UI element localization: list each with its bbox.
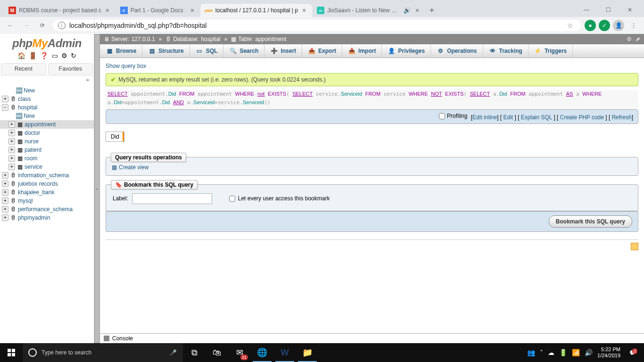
expand-button[interactable]: + (2, 189, 8, 196)
breadcrumb-server[interactable]: 🖥 Server: 127.0.0.1 (104, 36, 155, 42)
topmenu-triggers[interactable]: ⚡Triggers (528, 44, 573, 58)
close-icon[interactable]: × (301, 7, 307, 14)
page-settings-icon[interactable]: ⚙ (627, 36, 632, 42)
table-item-nurse[interactable]: + ▦ nurse (0, 137, 94, 146)
table-item-patient[interactable]: + ▦ patient (0, 146, 94, 154)
topmenu-import[interactable]: 📥Import (342, 44, 382, 58)
expand-button[interactable]: + (2, 206, 8, 213)
profiling-checkbox[interactable] (439, 113, 445, 119)
chrome-menu-button[interactable]: ⋮ (627, 19, 640, 32)
site-info-icon[interactable]: i (58, 22, 66, 29)
phpmyadmin-logo[interactable]: phpMyAdmin (0, 34, 94, 51)
clock[interactable]: 5:22 PM 1/24/2019 (597, 346, 620, 359)
browser-tab-jiosaavn[interactable]: ∞ JioSaavn - Listen to New & G 🔊 × (312, 4, 425, 17)
volume-icon[interactable]: 🔊 (585, 349, 593, 356)
minimize-button[interactable]: — (576, 3, 597, 17)
profiling-checkbox-label[interactable]: Profiling (439, 113, 467, 119)
explain-sql-link[interactable]: Explain SQL (521, 114, 552, 121)
expand-button[interactable]: + (2, 214, 8, 221)
db-item-hospital[interactable]: − 🛢 hospital (0, 103, 94, 112)
topmenu-browse[interactable]: ▦Browse (100, 44, 142, 58)
edit-link[interactable]: Edit (503, 114, 513, 121)
topmenu-export[interactable]: 📤Export (302, 44, 342, 58)
mic-icon[interactable]: 🎤 (170, 349, 177, 356)
profile-avatar[interactable]: 👤 (613, 20, 624, 31)
mail-icon[interactable]: ✉21 (228, 343, 251, 362)
expand-button[interactable]: + (8, 164, 15, 170)
expand-button[interactable]: + (2, 96, 8, 102)
collapse-all-icon[interactable]: ⚭ (0, 76, 94, 84)
onedrive-icon[interactable]: ☁ (548, 349, 554, 356)
back-button[interactable]: ← (4, 19, 17, 32)
action-center-icon[interactable]: 💬2 (625, 350, 640, 356)
close-icon[interactable]: × (104, 7, 111, 14)
bookmark-star-icon[interactable]: ☆ (567, 22, 576, 29)
table-item-doctor[interactable]: + ▦ doctor (0, 129, 94, 137)
show-query-box-link[interactable]: Show query box (106, 63, 146, 69)
db-item-performance-schema[interactable]: + 🛢 performance_schema (0, 205, 94, 214)
close-icon[interactable]: × (414, 7, 421, 14)
browser-tab-gmail[interactable]: M RDBMS course - project based c × (4, 4, 116, 17)
logout-icon[interactable]: 🚪 (29, 52, 37, 59)
console-toggle[interactable]: Console (100, 333, 644, 343)
expand-button[interactable]: + (8, 130, 15, 136)
taskbar-search[interactable]: Type here to search 🎤 (23, 343, 183, 362)
create-php-link[interactable]: Create PHP code (560, 114, 604, 121)
extension-icon-1[interactable]: ● (585, 20, 596, 31)
docs-icon[interactable]: ❓ (40, 52, 48, 59)
battery-icon[interactable]: 🔋 (559, 349, 567, 356)
word-icon[interactable]: W (273, 343, 296, 362)
favorites-button[interactable]: Favorites (48, 63, 93, 74)
expand-button[interactable]: + (8, 147, 15, 153)
help-book-icon[interactable] (631, 243, 638, 250)
topmenu-operations[interactable]: ⚙Operations (431, 44, 483, 58)
share-bookmark-checkbox[interactable] (229, 196, 235, 202)
address-bar[interactable]: i localhost/phpmyadmin/db_sql.php?db=hos… (52, 19, 582, 32)
table-item-service[interactable]: + ▦ service (0, 163, 94, 171)
expand-button[interactable]: + (2, 197, 8, 204)
browser-tab-phpmyadmin[interactable]: pMA localhost / 127.0.0.1 / hospital | p… (200, 4, 312, 17)
start-button[interactable] (0, 343, 23, 362)
create-view-link[interactable]: ▦ Create view (112, 164, 149, 171)
db-item-mysql[interactable]: + 🛢 mysql (0, 197, 94, 205)
sidebar-collapse-handle[interactable]: ← (94, 34, 100, 343)
db-item-class[interactable]: + 🛢 class (0, 95, 94, 103)
reload-button[interactable]: ⟳ (36, 19, 49, 32)
db-item-information-schema[interactable]: + 🛢 information_schema (0, 171, 94, 180)
topmenu-structure[interactable]: ▤Structure (142, 44, 190, 58)
breadcrumb-database[interactable]: 🛢 Database: hospital (165, 36, 220, 42)
topmenu-insert[interactable]: ➕Insert (264, 44, 302, 58)
expand-button[interactable]: + (2, 181, 8, 187)
reload-icon[interactable]: ↻ (71, 52, 76, 59)
close-window-button[interactable]: ✕ (619, 3, 640, 17)
topmenu-sql[interactable]: ▭SQL (190, 44, 224, 58)
db-item-jukebox[interactable]: + 🛢 jukebox records (0, 180, 94, 188)
expand-button[interactable]: + (8, 121, 15, 128)
browser-tab-docs[interactable]: ≡ Part 1 - Google Docs × (116, 4, 200, 17)
page-collapse-icon[interactable]: ⬈ (636, 36, 640, 42)
expand-button[interactable]: + (8, 138, 15, 145)
wifi-icon[interactable]: 📶 (572, 349, 580, 356)
explorer-icon[interactable]: 📁 (296, 343, 319, 362)
new-database-link[interactable]: 🆕 New (0, 86, 94, 95)
column-header-did[interactable]: Did (106, 132, 124, 142)
tray-expand-icon[interactable]: ˄ (540, 349, 543, 356)
topmenu-tracking[interactable]: 👁Tracking (483, 44, 528, 58)
table-item-room[interactable]: + ▦ room (0, 154, 94, 163)
speaker-icon[interactable]: 🔊 (404, 7, 411, 14)
recent-button[interactable]: Recent (1, 63, 46, 74)
maximize-button[interactable]: ☐ (598, 3, 619, 17)
task-view-button[interactable]: ⧉ (183, 343, 206, 362)
people-icon[interactable]: 👥 (527, 349, 535, 356)
chrome-icon[interactable]: 🌐 (251, 343, 273, 362)
new-tab-button[interactable]: + (425, 4, 438, 17)
bookmark-submit-button[interactable]: Bookmark this SQL query (549, 215, 632, 228)
bookmark-label-input[interactable] (132, 193, 212, 204)
sql-icon[interactable]: ▭ (52, 52, 58, 59)
share-bookmark-label[interactable]: Let every user access this bookmark (229, 195, 330, 202)
topmenu-privileges[interactable]: 👤Privileges (382, 44, 431, 58)
settings-icon[interactable]: ⚙ (61, 52, 67, 59)
db-item-phpmyadmin[interactable]: + 🛢 phpmyadmin (0, 214, 94, 222)
collapse-button[interactable]: − (2, 104, 8, 111)
expand-button[interactable]: + (8, 155, 15, 162)
